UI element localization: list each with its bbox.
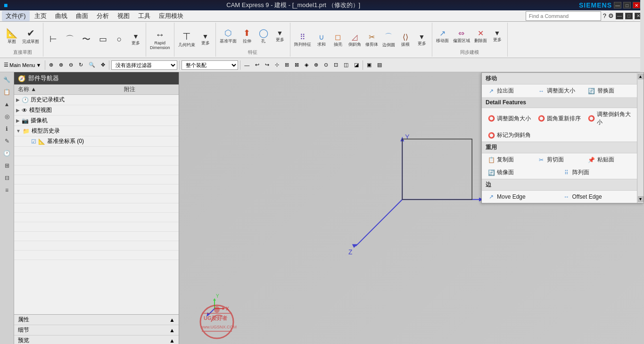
menu-tools[interactable]: 工具: [134, 11, 154, 21]
sidebar-icon-9[interactable]: ⊟: [1, 172, 13, 184]
feature2-more-button[interactable]: ▼ 更多: [414, 27, 430, 52]
offset-region-button[interactable]: ⇔ 偏置区域: [451, 24, 472, 48]
settings-icon[interactable]: ⚙: [608, 12, 614, 19]
tb2-icon8[interactable]: ⊕: [312, 60, 320, 70]
sidebar-icon-10[interactable]: ≡: [1, 185, 13, 196]
union-button[interactable]: ∪ 求和: [314, 27, 330, 52]
reorder-blend-item[interactable]: ⭕ 圆角重新排序: [536, 114, 583, 124]
tb2-icon4[interactable]: ⊹: [273, 60, 281, 70]
delete-face-button[interactable]: ✕ 删除面: [472, 24, 489, 48]
toolbar-min[interactable]: —: [616, 13, 623, 19]
move-face-button[interactable]: ↗ 移动面: [434, 24, 451, 48]
extrude-button[interactable]: ⬆ 拉伸: [239, 24, 255, 48]
nav-row-camera[interactable]: ▶ 📷 摄像机: [14, 116, 179, 126]
spline-button[interactable]: 〜: [78, 27, 94, 51]
tb2-icon13[interactable]: ▣: [365, 60, 373, 70]
feature-more-button[interactable]: ▼ 更多: [272, 24, 288, 48]
detail-panel-arrow[interactable]: ▲: [169, 327, 175, 334]
menu-surface[interactable]: 曲面: [72, 11, 92, 21]
snap-icon-btn[interactable]: ⊕: [47, 60, 55, 70]
selection-filter-select[interactable]: 没有选择过滤器: [111, 60, 177, 70]
nav-row-datum-csys[interactable]: ☑ 📐 基准坐标系 (0): [14, 136, 179, 147]
tb2-icon10[interactable]: ⊡: [332, 60, 340, 70]
arc-button[interactable]: ⌒: [62, 27, 78, 51]
edge-blend-button[interactable]: ⌒ 边倒圆: [380, 27, 397, 52]
sidebar-icon-1[interactable]: 🔧: [1, 74, 13, 85]
menu-curve[interactable]: 曲线: [51, 11, 71, 21]
draft-button[interactable]: ⟨⟩ 拔模: [397, 27, 413, 52]
menu-file[interactable]: 文件(F): [2, 11, 30, 21]
sync-more-button[interactable]: ▼ 更多: [489, 24, 505, 48]
3d-viewport[interactable]: Y X Z X: [179, 72, 644, 344]
close-button[interactable]: ✕: [633, 2, 640, 8]
menu-home[interactable]: 主页: [31, 11, 50, 21]
command-search-input[interactable]: [526, 11, 601, 21]
resize-face-item[interactable]: ↔ 调整面大小: [536, 86, 583, 96]
zoom-btn[interactable]: 🔍: [87, 60, 97, 70]
tb2-icon9[interactable]: ⊙: [322, 60, 330, 70]
restore-button[interactable]: □: [623, 2, 631, 8]
nav-row-history-mode[interactable]: ▶ 🕐 历史记录模式: [14, 95, 179, 105]
panel-scrollbar[interactable]: ▲ ▼: [637, 73, 644, 203]
rect-button[interactable]: ▭: [95, 27, 111, 51]
attributes-panel-arrow[interactable]: ▲: [169, 317, 175, 323]
assembly-filter-select[interactable]: 整个装配: [182, 60, 238, 70]
tb2-icon3[interactable]: ↪: [263, 60, 271, 70]
menu-analysis[interactable]: 分析: [93, 11, 113, 21]
snap2-icon-btn[interactable]: ⊕: [57, 60, 65, 70]
sidebar-icon-2[interactable]: 📋: [1, 86, 13, 98]
tb2-icon12[interactable]: ◪: [352, 60, 361, 70]
trim-body-button[interactable]: ✂ 修剪体: [363, 27, 380, 52]
menu-apps[interactable]: 应用模块: [155, 11, 187, 21]
sidebar-icon-5[interactable]: ℹ: [1, 123, 13, 134]
sidebar-icon-3[interactable]: ▲: [1, 99, 13, 110]
sidebar-icon-4[interactable]: ◎: [1, 111, 13, 122]
paste-face-item[interactable]: 📌 粘贴面: [586, 155, 633, 165]
finish-sketch-button[interactable]: ✔ 完成草图: [20, 24, 41, 48]
pattern-face-item[interactable]: ⠿ 阵列面: [561, 168, 634, 177]
menu-view[interactable]: 视图: [114, 11, 133, 21]
resize-blend-item[interactable]: ⭕ 调整圆角大小: [486, 114, 533, 124]
mark-chamfer-item[interactable]: ⭕ 标记为倒斜角: [486, 130, 633, 140]
draw-more-button[interactable]: ▼ 更多: [128, 27, 144, 51]
pan-btn[interactable]: ✥: [99, 60, 107, 70]
view-rotate-btn[interactable]: ↻: [77, 60, 85, 70]
sidebar-icon-8[interactable]: ⊞: [1, 160, 13, 171]
tb2-icon1[interactable]: —: [242, 60, 251, 70]
tb2-icon6[interactable]: ⊠: [293, 60, 301, 70]
nav-row-model-history[interactable]: ▼ 📁 模型历史录: [14, 126, 179, 136]
pull-face-item[interactable]: ↗ 拉出面: [486, 86, 533, 96]
pattern-feature-button[interactable]: ⠿ 阵列特征: [292, 27, 313, 52]
cut-face-item[interactable]: ✂ 剪切面: [536, 155, 583, 165]
shell-button[interactable]: ◻ 抽壳: [330, 27, 346, 52]
offset-edge-item[interactable]: ↔ Offset Edge: [561, 192, 634, 201]
sidebar-icon-6[interactable]: ✎: [1, 135, 13, 147]
snap3-icon-btn[interactable]: ⊖: [67, 60, 75, 70]
circle-button[interactable]: ○: [111, 27, 127, 51]
tb2-icon14[interactable]: ▤: [375, 60, 384, 70]
hole-button[interactable]: ◯ 孔: [256, 24, 272, 48]
line-button[interactable]: ⊢: [45, 27, 61, 51]
chamfer-button[interactable]: ◿ 倒斜角: [347, 27, 363, 52]
replace-face-item[interactable]: 🔄 替换面: [586, 86, 633, 96]
main-menu-button[interactable]: ☰ Main Menu ▼: [2, 60, 43, 70]
toolbar-max[interactable]: □: [625, 13, 633, 19]
preview-panel-arrow[interactable]: ▲: [169, 337, 175, 344]
mirror-face-item[interactable]: 🔄 镜像面: [486, 168, 558, 177]
tb2-icon5[interactable]: ⊞: [283, 60, 291, 70]
sketch-button[interactable]: 📐 草图: [4, 24, 20, 48]
scroll-down-arrow[interactable]: ▼: [638, 196, 644, 202]
help-icon[interactable]: ?: [603, 12, 606, 19]
resize-chamfer-item[interactable]: ⭕ 调整倒斜角大小: [586, 109, 633, 127]
minimize-button[interactable]: —: [614, 2, 621, 8]
move-edge-item[interactable]: ↗ Move Edge: [486, 192, 558, 201]
scroll-up-arrow[interactable]: ▲: [638, 74, 644, 79]
tb2-icon7[interactable]: ◈: [303, 60, 310, 70]
rapid-dim-button[interactable]: ↔ RapidDimension: [148, 27, 172, 52]
sidebar-icon-7[interactable]: 🕐: [1, 148, 13, 159]
tb2-icon2[interactable]: ↩: [253, 60, 261, 70]
tb2-icon11[interactable]: ◫: [342, 60, 350, 70]
copy-face-item[interactable]: 📋 复制面: [486, 155, 533, 165]
geo-constraint-button[interactable]: ⊤ 几何约束: [176, 27, 197, 51]
constraint-more-button[interactable]: ▼ 更多: [198, 27, 214, 51]
